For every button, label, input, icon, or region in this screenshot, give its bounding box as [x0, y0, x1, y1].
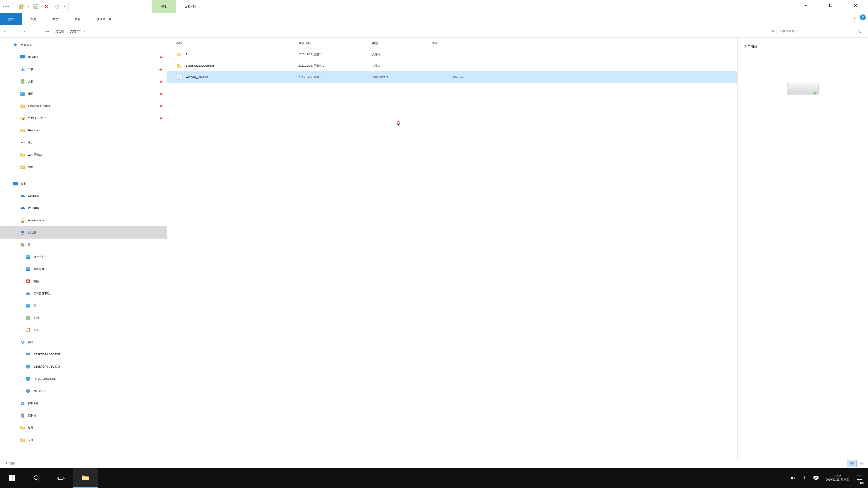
- nav-desktop-item[interactable]: Administrator: [0, 214, 166, 226]
- start-button[interactable]: [0, 468, 24, 488]
- nav-network[interactable]: 网络: [0, 336, 166, 348]
- nav-quick-item[interactable]: 图片: [0, 161, 166, 173]
- help-icon[interactable]: ?: [860, 14, 866, 20]
- task-view-icon[interactable]: [49, 468, 73, 488]
- nav-library-item[interactable]: 天翼云盘下载: [0, 287, 166, 300]
- taskbar-clock[interactable]: 16:32 2020/12/25, 星期五: [822, 475, 853, 482]
- column-date[interactable]: 修改日期: [298, 41, 372, 45]
- ribbon-tab-home[interactable]: 主页: [22, 13, 44, 25]
- nav-library-item[interactable]: 文档: [0, 312, 166, 324]
- file-row[interactable]: BaiduNetdiskDownload2020/12/25, 星期五 1...…: [167, 60, 737, 71]
- close-button[interactable]: [843, 0, 868, 11]
- qat-settings-icon[interactable]: [53, 2, 62, 11]
- ribbon-tab-file[interactable]: 文件: [0, 13, 22, 25]
- taskbar-explorer-icon[interactable]: [73, 468, 98, 488]
- column-type[interactable]: 类型: [372, 41, 432, 45]
- nav-forward-icon[interactable]: →: [16, 29, 20, 34]
- crumb-drive-e[interactable]: 文档 (E:): [69, 29, 83, 33]
- nav-library-item[interactable]: 视频: [0, 275, 166, 287]
- svg-point-60: [22, 403, 23, 404]
- file-row[interactable]: Win7x64_2020.iso2020/12/25, 星期五 1...光盘映像…: [167, 71, 737, 83]
- search-icon[interactable]: 🔍: [857, 29, 862, 33]
- nav-desktop-root[interactable]: 桌面: [0, 177, 166, 190]
- tray-overflow-icon[interactable]: ˄: [776, 468, 788, 488]
- nav-library-item[interactable]: 保存的图片: [0, 251, 166, 263]
- navigation-pane[interactable]: 快速访问 Desktop📌下载📌文档📌图片📌excel表格制作求和📌YUNQIS…: [0, 37, 167, 459]
- taskbar[interactable]: ˄ 中 16:32 2020/12/25, 星期五 3: [0, 468, 868, 488]
- nav-network-pc[interactable]: ZMT2019: [0, 385, 166, 397]
- ribbon-expand-icon[interactable]: ⌄: [853, 15, 856, 20]
- volume-icon[interactable]: [788, 468, 799, 488]
- column-size[interactable]: 大小: [432, 41, 471, 45]
- folder-icon: [20, 152, 25, 158]
- nav-quick-item[interactable]: win7重装win7: [0, 149, 166, 161]
- address-dropdown-icon[interactable]: ⌄: [767, 30, 769, 33]
- ribbon-tab-view[interactable]: 查看: [66, 13, 89, 25]
- nav-quick-item[interactable]: 图片📌: [0, 88, 166, 100]
- pictures-icon: [25, 266, 31, 272]
- nav-quick-item[interactable]: G:\: [0, 136, 166, 149]
- file-name: 1: [186, 53, 187, 56]
- nav-desktop-item[interactable]: 此电脑: [0, 226, 166, 238]
- action-center-icon[interactable]: 3: [853, 468, 866, 488]
- minimize-button[interactable]: [794, 0, 818, 11]
- file-list[interactable]: 名称˄ 修改日期 类型 大小 12020/12/15, 星期二 1...文件夹B…: [167, 37, 737, 459]
- file-row[interactable]: 12020/12/15, 星期二 1...文件夹: [167, 49, 737, 60]
- nav-quick-item[interactable]: Bandicam: [0, 124, 166, 136]
- nav-quick-item[interactable]: excel表格制作求和📌: [0, 100, 166, 112]
- file-type: 文件夹: [372, 53, 432, 57]
- nav-item-label: DESKTOP-NJEU3CG: [33, 365, 60, 368]
- maximize-button[interactable]: [818, 0, 843, 11]
- svg-point-40: [27, 305, 28, 306]
- crumb-this-pc[interactable]: 此电脑: [54, 29, 65, 33]
- nav-item-label: 库: [28, 243, 31, 247]
- chevron-right-icon[interactable]: ›: [83, 30, 86, 33]
- recycle-icon: [20, 413, 25, 418]
- qat-properties-icon[interactable]: [17, 2, 26, 11]
- qat-checkbox-icon[interactable]: [31, 2, 40, 11]
- qat-dropdown-icon[interactable]: ▾: [28, 5, 29, 8]
- view-details-button[interactable]: [847, 460, 857, 467]
- ribbon-tab-drive-tools[interactable]: 驱动器工具: [89, 13, 120, 25]
- nav-quick-item[interactable]: YUNQISHI2019📌: [0, 112, 166, 124]
- nav-quick-item[interactable]: 下载📌: [0, 63, 166, 75]
- nav-other-item[interactable]: 回收站: [0, 410, 166, 422]
- nav-quick-item[interactable]: Desktop📌: [0, 51, 166, 63]
- nav-network-pc[interactable]: PC-20190530OBLA: [0, 373, 166, 385]
- nav-quick-access[interactable]: 快速访问: [0, 39, 166, 51]
- view-large-icons-button[interactable]: [857, 460, 867, 467]
- app-icon[interactable]: [1, 2, 10, 11]
- nav-back-icon[interactable]: ←: [3, 29, 7, 34]
- nav-desktop-item[interactable]: 库: [0, 238, 166, 251]
- column-name[interactable]: 名称˄: [176, 41, 298, 45]
- nav-library-item[interactable]: 本机照片: [0, 263, 166, 275]
- svg-rect-48: [21, 341, 22, 342]
- tray-app-icon[interactable]: [810, 468, 822, 488]
- nav-other-item[interactable]: 控制面板: [0, 397, 166, 410]
- breadcrumb[interactable]: › 此电脑 › 文档 (E:) › ⌄: [44, 29, 865, 34]
- qat-close-icon[interactable]: [42, 2, 51, 11]
- nav-library-item[interactable]: 音乐: [0, 324, 166, 336]
- chevron-right-icon[interactable]: ›: [66, 30, 68, 33]
- nav-desktop-item[interactable]: OneDrive: [0, 190, 166, 202]
- nav-network-pc[interactable]: DESKTOP-LSSOEDP: [0, 348, 166, 361]
- nav-other-item[interactable]: 文件: [0, 434, 166, 446]
- qat-more-dropdown-icon[interactable]: ▾: [64, 5, 65, 8]
- nav-quick-item[interactable]: 文档📌: [0, 75, 166, 88]
- taskbar-search-icon[interactable]: [24, 468, 49, 488]
- ribbon-tab-share[interactable]: 共享: [44, 13, 66, 25]
- ribbon-context-manage[interactable]: 管理: [152, 0, 176, 13]
- nav-up-icon[interactable]: ↑: [34, 29, 36, 34]
- nav-other-item[interactable]: 软件: [0, 422, 166, 434]
- chevron-right-icon[interactable]: ›: [51, 30, 53, 33]
- ime-indicator[interactable]: 中: [799, 468, 810, 488]
- nav-desktop-item[interactable]: WPS网盘: [0, 202, 166, 214]
- search-placeholder: 搜索"文档 (E:)": [780, 29, 798, 33]
- refresh-icon[interactable]: ⟳: [772, 29, 774, 33]
- documents-icon: [25, 315, 31, 321]
- nav-network-pc[interactable]: DESKTOP-NJEU3CG: [0, 361, 166, 373]
- nav-history-dropdown-icon[interactable]: ▾: [24, 30, 25, 33]
- file-date: 2020/12/25, 星期五 1...: [298, 64, 372, 68]
- search-input[interactable]: 搜索"文档 (E:)" 🔍: [776, 27, 865, 35]
- nav-library-item[interactable]: 图片: [0, 300, 166, 312]
